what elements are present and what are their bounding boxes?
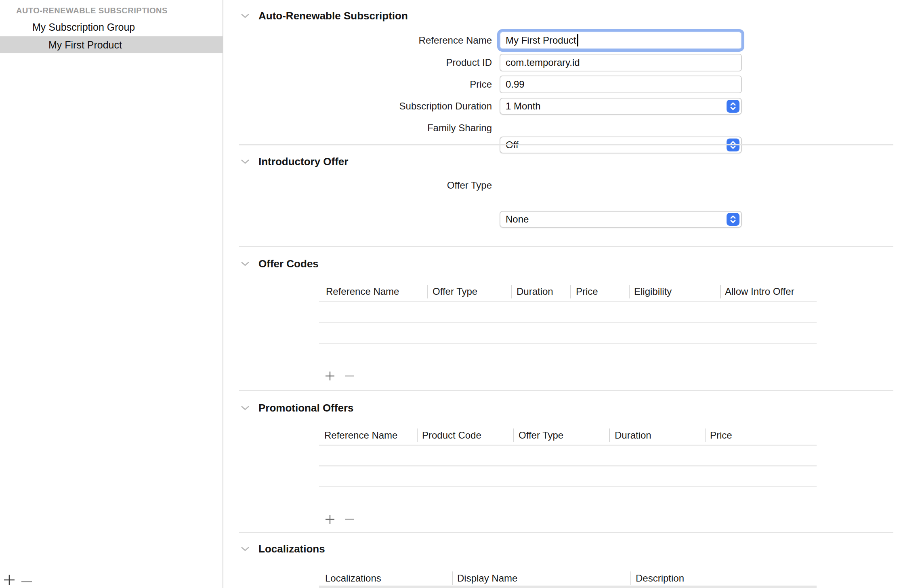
table-row-divider [319, 343, 817, 344]
offer-type-popup[interactable]: None [500, 211, 742, 228]
plus-icon [324, 519, 336, 526]
column-header-allow-intro-offer: Allow Intro Offer [725, 285, 794, 298]
offer-codes-add-button[interactable] [324, 370, 336, 383]
offer-type-value: None [506, 214, 529, 225]
price-value: 0.99 [506, 79, 525, 90]
column-separator [629, 285, 630, 298]
column-header-product-code: Product Code [422, 428, 481, 442]
minus-icon [20, 582, 33, 588]
plus-icon [324, 376, 336, 383]
column-separator [720, 285, 721, 298]
column-header-eligibility: Eligibility [634, 285, 672, 298]
section-divider [239, 532, 893, 533]
section-title: Offer Codes [258, 257, 319, 271]
column-separator [417, 428, 418, 442]
section-divider [239, 246, 893, 247]
column-header-offer-type: Offer Type [433, 285, 477, 298]
table-row-divider [319, 445, 817, 446]
column-separator [705, 428, 706, 442]
reference-name-label: Reference Name [250, 34, 492, 47]
table-row-divider [319, 301, 817, 302]
sidebar-item-first-product[interactable]: My First Product [48, 36, 122, 53]
chevron-down-icon [240, 261, 250, 268]
sidebar-item-subscription-group[interactable]: My Subscription Group [32, 19, 135, 36]
section-collapse-control[interactable] [240, 158, 250, 166]
chevron-down-icon [240, 405, 250, 412]
storekit-configuration-window: AUTO-RENEWABLE SUBSCRIPTIONS My Subscrip… [0, 0, 899, 588]
plus-icon [3, 581, 16, 588]
chevron-down-icon [240, 546, 250, 553]
column-header-description: Description [636, 571, 684, 585]
sidebar-remove-button[interactable] [20, 575, 33, 588]
price-input[interactable]: 0.99 [500, 76, 742, 93]
product-id-value: com.temporary.id [506, 57, 580, 68]
subscription-duration-label: Subscription Duration [250, 99, 492, 113]
table-row-divider [319, 586, 817, 588]
section-title: Introductory Offer [258, 155, 348, 168]
column-header-display-name: Display Name [457, 571, 517, 585]
product-id-label: Product ID [250, 56, 492, 69]
section-title: Auto-Renewable Subscription [258, 9, 408, 23]
column-separator [570, 285, 571, 298]
section-collapse-control[interactable] [240, 405, 250, 413]
sidebar-group-header: AUTO-RENEWABLE SUBSCRIPTIONS [16, 4, 210, 17]
section-divider [239, 144, 893, 145]
column-separator [452, 571, 453, 585]
offer-codes-remove-button[interactable] [344, 370, 355, 383]
price-label: Price [250, 78, 492, 91]
minus-icon [344, 519, 355, 526]
section-collapse-control[interactable] [240, 13, 250, 21]
family-sharing-label: Family Sharing [250, 121, 492, 135]
column-header-price: Price [576, 285, 598, 298]
table-row-divider [319, 486, 817, 487]
sidebar: AUTO-RENEWABLE SUBSCRIPTIONS My Subscrip… [0, 0, 223, 588]
offer-type-label: Offer Type [250, 178, 492, 192]
reference-name-input[interactable]: My First Product [500, 32, 742, 49]
section-title: Promotional Offers [258, 401, 353, 415]
minus-icon [344, 376, 355, 383]
up-down-stepper-icon [727, 100, 739, 113]
reference-name-value: My First Product [506, 35, 576, 46]
subscription-duration-value: 1 Month [506, 101, 541, 112]
section-divider [239, 390, 893, 391]
column-separator [513, 428, 514, 442]
promotional-offers-add-button[interactable] [324, 514, 336, 527]
section-collapse-control[interactable] [240, 546, 250, 554]
section-title: Localizations [258, 542, 325, 556]
section-collapse-control[interactable] [240, 260, 250, 269]
column-header-duration: Duration [615, 428, 651, 442]
up-down-stepper-icon [727, 213, 739, 226]
column-separator [427, 285, 428, 298]
text-caret [577, 34, 578, 46]
column-header-price: Price [710, 428, 732, 442]
table-row-divider [319, 322, 817, 323]
column-separator [609, 428, 610, 442]
column-header-reference-name: Reference Name [326, 285, 399, 298]
column-header-offer-type: Offer Type [519, 428, 563, 442]
column-header-duration: Duration [517, 285, 553, 298]
subscription-duration-popup[interactable]: 1 Month [500, 98, 742, 115]
chevron-down-icon [240, 13, 250, 20]
table-row-divider [319, 465, 817, 466]
chevron-down-icon [240, 159, 250, 166]
column-header-localizations: Localizations [325, 571, 381, 585]
product-id-input[interactable]: com.temporary.id [500, 54, 742, 71]
column-header-reference-name: Reference Name [324, 428, 397, 442]
column-separator [630, 571, 631, 585]
sidebar-add-button[interactable] [3, 573, 16, 588]
column-separator [511, 285, 512, 298]
promotional-offers-remove-button[interactable] [344, 514, 355, 527]
